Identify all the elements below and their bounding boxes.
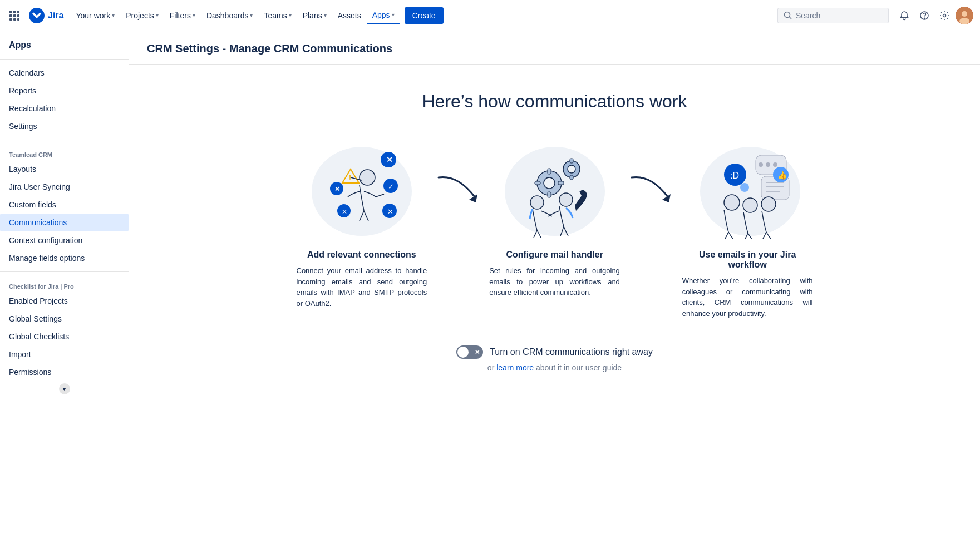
step-3-illustration: :D xyxy=(692,139,803,239)
svg-point-51 xyxy=(766,162,770,167)
svg-text:✕: ✕ xyxy=(387,207,393,216)
step-2: Configure mail handler Set rules for inc… xyxy=(480,139,629,298)
sidebar-divider-3 xyxy=(0,271,129,272)
search-icon xyxy=(784,11,792,20)
svg-rect-44 xyxy=(570,175,573,180)
svg-rect-7 xyxy=(13,18,16,21)
sidebar-item-reports[interactable]: Reports xyxy=(0,82,129,100)
toggle-or: or xyxy=(487,363,494,372)
step-2-illustration xyxy=(499,139,610,239)
svg-rect-6 xyxy=(9,18,12,21)
step-1: ✕ ✕ ! ✓ ✕ xyxy=(288,139,436,309)
svg-point-15 xyxy=(962,11,967,17)
sidebar-item-communications[interactable]: Communications xyxy=(0,214,129,231)
chevron-icon: ▾ xyxy=(156,12,159,18)
sidebar-item-import[interactable]: Import xyxy=(0,345,129,363)
chevron-icon: ▾ xyxy=(112,12,115,18)
chevron-icon: ▾ xyxy=(324,12,327,18)
sidebar-group3: Enabled ProjectsGlobal SettingsGlobal Ch… xyxy=(0,292,129,381)
svg-point-13 xyxy=(943,14,946,17)
topnav-item-your-work[interactable]: Your work▾ xyxy=(70,8,120,23)
crm-toggle[interactable]: ✕ xyxy=(456,345,483,359)
logo-text: Jira xyxy=(48,11,63,21)
svg-rect-1 xyxy=(13,11,16,13)
sidebar-divider-1 xyxy=(0,59,129,60)
sidebar-item-enabled-projects[interactable]: Enabled Projects xyxy=(0,292,129,310)
chevron-icon: ▾ xyxy=(193,12,195,18)
chevron-icon: ▾ xyxy=(392,12,395,18)
sidebar-item-calendars[interactable]: Calendars xyxy=(0,64,129,82)
sidebar-item-layouts[interactable]: Layouts xyxy=(0,160,129,178)
help-icon[interactable] xyxy=(915,7,933,24)
svg-point-64 xyxy=(740,183,749,192)
step-2-title: Configure mail handler xyxy=(506,250,603,260)
sidebar-divider-2 xyxy=(0,140,129,140)
arrow-1 xyxy=(436,139,480,205)
svg-rect-40 xyxy=(558,181,564,185)
topnav-icon-group xyxy=(895,7,973,24)
svg-text:✕: ✕ xyxy=(386,155,393,164)
topnav-item-projects[interactable]: Projects▾ xyxy=(120,8,164,23)
settings-icon[interactable] xyxy=(935,7,953,24)
svg-point-42 xyxy=(568,165,575,173)
svg-point-46 xyxy=(530,196,544,209)
step-3: :D xyxy=(673,139,822,319)
step-1-title: Add relevant connections xyxy=(307,250,416,260)
svg-rect-4 xyxy=(13,14,16,17)
svg-rect-3 xyxy=(9,14,12,17)
sidebar-scroll-down[interactable]: ▼ xyxy=(59,383,70,394)
svg-rect-2 xyxy=(17,11,19,13)
toggle-label: Turn on CRM communications right away xyxy=(490,347,653,357)
toggle-suffix: about it in our user guide xyxy=(536,363,622,372)
svg-rect-39 xyxy=(535,181,540,185)
topnav: Jira Your work▾Projects▾Filters▾Dashboar… xyxy=(0,0,980,31)
grid-icon[interactable] xyxy=(7,8,22,23)
svg-point-59 xyxy=(724,195,740,210)
sidebar-item-context-configuration[interactable]: Context configuration xyxy=(0,231,129,249)
sidebar-group1: CalendarsReportsRecalculationSettings xyxy=(0,64,129,135)
sidebar-item-manage-fields-options[interactable]: Manage fields options xyxy=(0,249,129,267)
svg-point-50 xyxy=(759,162,763,167)
sidebar-section-teamlead: Teamlead CRM xyxy=(0,145,129,160)
svg-text:✓: ✓ xyxy=(388,182,394,191)
search-box[interactable] xyxy=(777,8,889,23)
toggle-x-icon: ✕ xyxy=(475,349,480,356)
sidebar-item-global-checklists[interactable]: Global Checklists xyxy=(0,328,129,345)
sidebar-item-global-settings[interactable]: Global Settings xyxy=(0,310,129,328)
svg-point-17 xyxy=(312,147,412,236)
svg-point-52 xyxy=(773,162,777,167)
sidebar-section-checklist: Checklist for Jira | Pro xyxy=(0,276,129,292)
sidebar-item-permissions[interactable]: Permissions xyxy=(0,363,129,381)
svg-point-18 xyxy=(360,170,375,185)
sidebar-scroll-indicator: ▼ xyxy=(0,381,129,397)
topnav-item-plans[interactable]: Plans▾ xyxy=(297,8,332,23)
topnav-item-teams[interactable]: Teams▾ xyxy=(258,8,297,23)
layout: Apps CalendarsReportsRecalculationSettin… xyxy=(0,31,980,534)
topnav-item-filters[interactable]: Filters▾ xyxy=(164,8,201,23)
topnav-item-dashboards[interactable]: Dashboards▾ xyxy=(201,8,259,23)
sidebar-item-custom-fields[interactable]: Custom fields xyxy=(0,196,129,214)
svg-rect-8 xyxy=(17,18,19,21)
svg-point-12 xyxy=(924,18,924,18)
create-button[interactable]: Create xyxy=(405,7,444,24)
sidebar-item-jira-user-syncing[interactable]: Jira User Syncing xyxy=(0,178,129,196)
search-input[interactable] xyxy=(796,11,874,20)
avatar[interactable] xyxy=(956,7,973,24)
notifications-icon[interactable] xyxy=(895,7,913,24)
jira-logo[interactable]: Jira xyxy=(29,8,63,23)
step-2-desc: Set rules for incoming and outgoing emai… xyxy=(489,265,620,298)
learn-more-link[interactable]: learn more xyxy=(496,363,534,372)
svg-rect-5 xyxy=(17,14,19,17)
sidebar-item-settings[interactable]: Settings xyxy=(0,117,129,135)
svg-point-9 xyxy=(785,12,790,17)
sidebar: Apps CalendarsReportsRecalculationSettin… xyxy=(0,31,129,534)
toggle-knob xyxy=(457,347,469,358)
topnav-item-apps[interactable]: Apps▾ xyxy=(367,7,400,24)
content-area: Here’s how communications work xyxy=(129,65,980,399)
topnav-items: Your work▾Projects▾Filters▾Dashboards▾Te… xyxy=(70,7,400,24)
sidebar-group2: LayoutsJira User SyncingCustom fieldsCom… xyxy=(0,160,129,267)
step-1-desc: Connect your email address to handle inc… xyxy=(297,265,427,309)
topnav-item-assets[interactable]: Assets xyxy=(332,8,367,23)
sidebar-item-recalculation[interactable]: Recalculation xyxy=(0,100,129,117)
svg-point-36 xyxy=(544,177,555,189)
